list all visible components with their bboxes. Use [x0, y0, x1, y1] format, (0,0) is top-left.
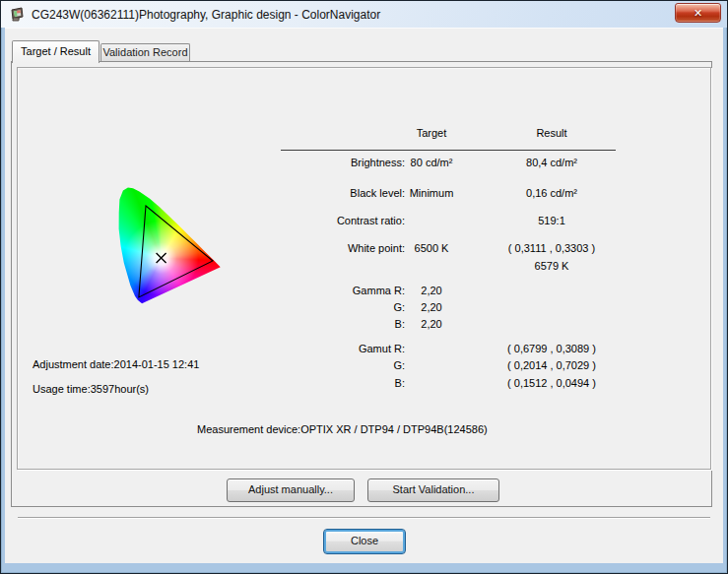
- close-window-button[interactable]: ✕: [675, 3, 721, 23]
- start-validation-label: Start Validation...: [393, 483, 475, 495]
- row-label: G:: [208, 359, 405, 371]
- app-icon: [9, 6, 26, 23]
- table-row-black-level: Black level: Minimum 0,16 cd/m²: [5, 187, 723, 201]
- colornavigator-window: CG243W(06362111)Photography, Graphic des…: [0, 0, 728, 574]
- row-target-value: 2,20: [372, 301, 491, 313]
- close-icon: ✕: [694, 7, 702, 19]
- table-header-rule: [281, 150, 616, 151]
- row-target-value: 2,20: [372, 318, 491, 330]
- table-row-gamut-r: Gamut R: ( 0,6799 , 0,3089 ): [5, 343, 723, 356]
- table-row-contrast-ratio: Contrast ratio: 519:1: [5, 215, 723, 228]
- row-result-value: 6579 K: [473, 260, 630, 272]
- row-target-value: 2,20: [372, 285, 491, 296]
- measurement-device-text: Measurement device:OPTIX XR / DTP94 / DT…: [197, 423, 488, 435]
- tab-validation-record[interactable]: Validation Record: [100, 43, 190, 61]
- row-result-value: 0,16 cd/m²: [473, 187, 630, 199]
- usage-time-text: Usage time:3597hour(s): [33, 383, 149, 395]
- row-result-value: ( 0,3111 , 0,3303 ): [473, 242, 630, 254]
- row-label: B:: [208, 377, 405, 389]
- row-result-value: ( 0,2014 , 0,7029 ): [473, 359, 630, 371]
- bottom-separator: [18, 517, 710, 519]
- table-row-gamma-r: Gamma R: 2,20: [5, 285, 723, 298]
- table-row-white-point-kelvin: 6579 K: [5, 260, 723, 274]
- table-row-white-point: White point: 6500 K ( 0,3111 , 0,3303 ): [5, 242, 723, 256]
- dialog-client-area: Target / Result Validation Record Target…: [5, 28, 723, 563]
- tab-label: Validation Record: [102, 46, 187, 58]
- row-label: Gamut R:: [208, 343, 405, 354]
- adjust-manually-label: Adjust manually...: [248, 483, 333, 495]
- close-button-label: Close: [351, 535, 378, 546]
- row-result-value: ( 0,6799 , 0,3089 ): [473, 343, 630, 354]
- close-button[interactable]: Close: [323, 529, 406, 554]
- row-result-value: 519:1: [473, 215, 630, 226]
- row-result-value: ( 0,1512 , 0,0494 ): [473, 377, 630, 389]
- row-label: Contrast ratio:: [208, 215, 405, 226]
- window-title: CG243W(06362111)Photography, Graphic des…: [32, 8, 380, 22]
- table-row-brightness: Brightness: 80 cd/m² 80,4 cd/m²: [5, 157, 723, 170]
- adjust-manually-button[interactable]: Adjust manually...: [227, 478, 355, 502]
- table-row-gamma-b: B: 2,20: [5, 318, 723, 332]
- tab-target-result[interactable]: Target / Result: [12, 40, 99, 63]
- start-validation-button[interactable]: Start Validation...: [367, 478, 499, 502]
- column-header-result: Result: [473, 127, 630, 139]
- table-row-gamma-g: G: 2,20: [5, 301, 723, 315]
- tab-label: Target / Result: [21, 45, 91, 57]
- adjustment-date-text: Adjustment date:2014-01-15 12:41: [33, 358, 199, 370]
- title-bar: CG243W(06362111)Photography, Graphic des…: [1, 1, 727, 28]
- row-result-value: 80,4 cd/m²: [473, 157, 630, 168]
